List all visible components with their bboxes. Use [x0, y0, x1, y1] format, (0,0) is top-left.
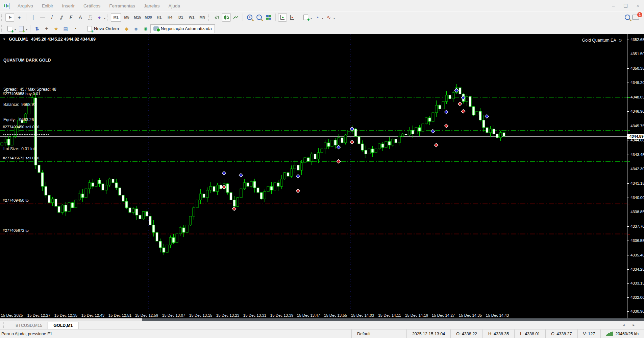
price-tick-mark — [627, 311, 629, 312]
timeframe-m30-button[interactable]: M30 — [143, 13, 153, 22]
timeframe-h4-button[interactable]: H4 — [165, 13, 175, 22]
connection-bars-icon — [606, 332, 613, 336]
zoom-out-button[interactable]: − — [255, 13, 264, 22]
arrows-tool-button[interactable]: ◆ — [95, 13, 104, 22]
line-chart-button[interactable] — [231, 13, 240, 22]
price-axis[interactable]: 4352.654351.504350.354349.204348.054346.… — [627, 34, 644, 318]
periods-button[interactable]: ◔ — [313, 13, 322, 22]
chart-scrollbar[interactable] — [0, 318, 644, 321]
restore-icon[interactable]: ❏ — [623, 3, 628, 8]
toolbar-grip[interactable] — [107, 14, 109, 21]
signals-button[interactable]: ◉ — [141, 24, 150, 33]
horizontal-line-tool-button[interactable]: — — [38, 13, 47, 22]
menu-exibir[interactable]: Exibir — [38, 2, 58, 9]
strategy-tester-button[interactable]: ◔ — [71, 24, 79, 33]
chevron-down-icon[interactable]: ▾ — [333, 17, 335, 20]
chart-shift-button[interactable]: ▸ — [288, 13, 296, 22]
community-button[interactable]: ☻ — [132, 24, 141, 33]
separator — [82, 25, 82, 32]
order-line-label[interactable]: #277408958 buy 0.01 — [3, 92, 40, 96]
candlestick-icon — [224, 15, 229, 20]
price-tick-label: 4350.35 — [630, 66, 644, 71]
navigator-button[interactable]: ★ — [52, 24, 60, 33]
profiles-button[interactable] — [17, 24, 26, 33]
trendline-tool-button[interactable]: / — [48, 13, 56, 22]
scrollbar-thumb[interactable] — [142, 318, 644, 321]
menu-inserir[interactable]: Inserir — [58, 2, 79, 9]
chevron-down-icon[interactable]: ▾ — [15, 28, 16, 31]
menu-ferramentas[interactable]: Ferramentas — [105, 2, 140, 9]
menu-graficos[interactable]: Gráficos — [79, 2, 105, 9]
close-icon[interactable]: × — [637, 3, 639, 8]
toolbar-grip[interactable] — [208, 14, 210, 21]
timeframe-mn-button[interactable]: MN — [197, 13, 207, 22]
market-watch-button[interactable]: ⇅ — [33, 24, 42, 33]
order-price-mark — [628, 130, 630, 131]
tab-scroll-right-icon[interactable]: ▸ — [633, 323, 635, 327]
templates-button[interactable]: ∿ — [324, 13, 333, 22]
order-line-label[interactable]: #277409450 tp — [3, 198, 29, 202]
chart-collapse-icon[interactable]: ▼ — [3, 38, 6, 41]
chevron-down-icon[interactable]: ▾ — [104, 17, 105, 20]
timeframe-w1-button[interactable]: W1 — [187, 13, 197, 22]
vertical-line-tool-button[interactable]: | — [29, 13, 38, 22]
tab-gold-m1[interactable]: GOLD,M1 — [48, 322, 78, 329]
crosshair-tool-button[interactable]: + — [15, 13, 24, 22]
tab-btcusd-m15[interactable]: BTCUSD,M15 — [10, 322, 48, 329]
menu-arquivo[interactable]: Arquivo — [13, 2, 38, 9]
search-button[interactable] — [623, 13, 632, 22]
auto-scroll-button[interactable]: ▸ — [278, 13, 287, 22]
chevron-down-icon[interactable]: ▾ — [26, 28, 27, 31]
menu-ajuda[interactable]: Ajuda — [164, 2, 184, 9]
tabbar-grip[interactable] — [3, 322, 5, 328]
order-line-label[interactable]: #277405672 tp — [3, 228, 29, 232]
terminal-button[interactable]: ▤ — [61, 24, 70, 33]
chevron-down-icon[interactable]: ▾ — [322, 17, 323, 20]
tile-windows-button[interactable] — [264, 13, 273, 22]
timeframe-d1-button[interactable]: D1 — [176, 13, 186, 22]
time-axis[interactable]: 15 Dec 202515 Dec 12:2715 Dec 12:3515 De… — [0, 312, 627, 318]
label-tool-button[interactable]: T — [85, 13, 94, 22]
time-axis-label: 15 Dec 14:43 — [486, 313, 509, 317]
new-chart-button[interactable] — [5, 24, 14, 33]
ea-name-label: Gold Quantum EA ☺ — [582, 38, 622, 43]
separator — [30, 25, 30, 32]
notifications-button[interactable]: 1 — [632, 15, 639, 20]
zoom-in-button[interactable]: + — [245, 13, 254, 22]
time-axis-label: 15 Dec 14:03 — [351, 313, 374, 317]
toolbar-grip[interactable] — [1, 14, 3, 21]
ea-smiley-icon[interactable]: ☺ — [618, 38, 622, 43]
spread-line: Spread: 45 / Max Spread: 48 — [3, 87, 56, 92]
tab-scroll-left-icon[interactable]: ◂ — [623, 323, 625, 327]
text-tool-button[interactable]: A — [76, 13, 85, 22]
price-tick-mark — [627, 40, 629, 40]
price-tick-mark — [627, 212, 629, 212]
timeframe-h1-button[interactable]: H1 — [154, 13, 164, 22]
minimize-icon[interactable]: – — [612, 3, 615, 8]
toolbar-grip[interactable] — [1, 25, 3, 32]
chevron-down-icon[interactable]: ▾ — [311, 17, 312, 20]
nova-ordem-button[interactable]: Nova Ordem — [84, 24, 122, 33]
channel-tool-button[interactable]: ∥ — [57, 13, 66, 22]
timeframe-m5-button[interactable]: M5 — [122, 13, 132, 22]
metaeditor-button[interactable]: ◆ — [122, 24, 131, 33]
strategy-tester-icon: ◔ — [74, 26, 77, 31]
fibonacci-tool-button[interactable]: F — [67, 13, 75, 22]
auto-trading-button[interactable]: Negociação Automatizada — [150, 24, 215, 33]
menu-janelas[interactable]: Janelas — [140, 2, 164, 9]
price-tick-mark — [627, 83, 629, 83]
profile-status[interactable]: Default — [351, 330, 406, 338]
bar-chart-button[interactable] — [213, 13, 221, 22]
price-tick-mark — [627, 155, 629, 155]
timeframe-m15-button[interactable]: M15 — [132, 13, 143, 22]
data-window-button[interactable]: + — [42, 24, 51, 33]
order-line-label[interactable]: #277405672 sell 0.01 — [3, 156, 40, 160]
candlestick-chart-button[interactable] — [222, 13, 231, 22]
order-line-label[interactable]: #277409450 sell 0.01 — [3, 125, 40, 129]
indicators-button[interactable] — [301, 13, 310, 22]
cursor-tool-button[interactable]: ➤ — [5, 13, 14, 22]
separator — [299, 14, 299, 21]
timeframe-m1-button[interactable]: M1 — [111, 13, 121, 22]
chart-plot-area[interactable]: ▼ GOLD,M1 4345.20 4345.22 4344.82 4344.8… — [0, 34, 627, 312]
time-axis-label: 15 Dec 13:47 — [297, 313, 320, 317]
